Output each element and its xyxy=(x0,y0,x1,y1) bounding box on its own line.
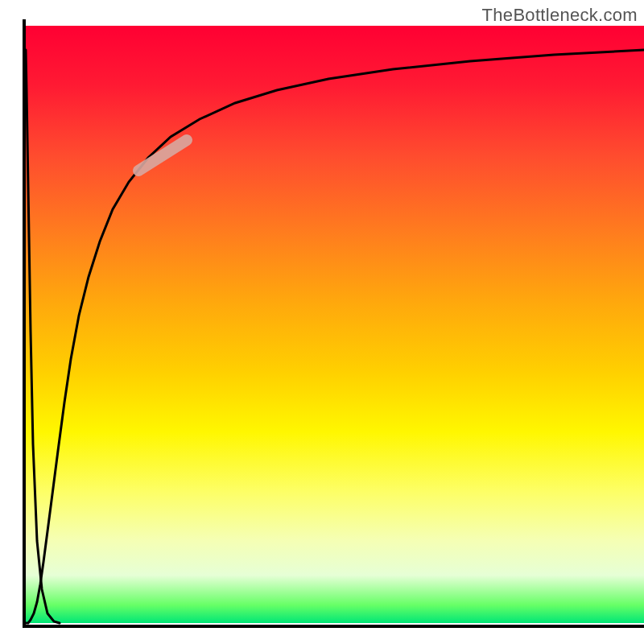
chart-background-gradient xyxy=(26,26,644,623)
chart-canvas: TheBottleneck.com xyxy=(0,0,644,644)
y-axis xyxy=(23,19,26,628)
watermark-text: TheBottleneck.com xyxy=(482,5,638,26)
x-axis xyxy=(23,625,644,628)
